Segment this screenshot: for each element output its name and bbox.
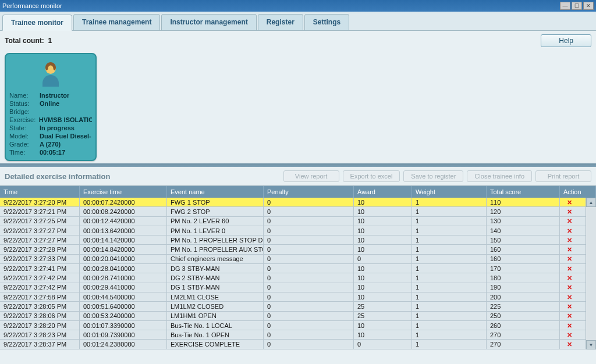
- scrollbar[interactable]: ▲ ▼: [586, 198, 596, 349]
- table-row[interactable]: 9/22/2017 3:27:42 PM00:00:29.4410000DG 1…: [0, 283, 596, 292]
- scroll-down-button[interactable]: ▼: [586, 340, 596, 349]
- tab-trainee-management[interactable]: Trainee management: [73, 14, 160, 30]
- cell-weight: 1: [412, 264, 487, 273]
- table-row[interactable]: 9/22/2017 3:27:58 PM00:00:44.5400000LM2L…: [0, 292, 596, 302]
- delete-row-icon[interactable]: ✕: [563, 331, 576, 338]
- table-row[interactable]: 9/22/2017 3:28:05 PM00:00:51.6400000LM1L…: [0, 302, 596, 311]
- delete-row-icon[interactable]: ✕: [563, 246, 576, 253]
- cell-exercise-time: 00:00:28.7410000: [80, 273, 167, 283]
- table-row[interactable]: 9/22/2017 3:28:06 PM00:00:53.2400000LM1H…: [0, 312, 596, 321]
- cell-weight: 1: [412, 302, 487, 311]
- close-button[interactable]: ✕: [583, 2, 594, 10]
- table-row[interactable]: 9/22/2017 3:27:41 PM00:00:28.0410000DG 3…: [0, 264, 596, 273]
- tab-trainee-monitor[interactable]: Trainee monitor: [2, 15, 72, 31]
- col-total-score[interactable]: Total score: [487, 186, 560, 198]
- card-exercise-value: HVMSB ISOLATIC: [39, 116, 92, 124]
- cell-weight: 1: [412, 292, 487, 302]
- minimize-button[interactable]: —: [560, 2, 570, 10]
- cell-award: 0: [354, 340, 412, 349]
- col-event-name[interactable]: Event name: [167, 186, 264, 198]
- table-row[interactable]: 9/22/2017 3:27:42 PM00:00:28.7410000DG 2…: [0, 273, 596, 283]
- view-report-button[interactable]: View report: [283, 170, 339, 182]
- cell-award: 10: [354, 292, 412, 302]
- scroll-up-button[interactable]: ▲: [586, 198, 596, 207]
- delete-row-icon[interactable]: ✕: [563, 341, 576, 348]
- cell-weight: 1: [412, 340, 487, 349]
- save-register-button[interactable]: Save to register: [403, 170, 463, 182]
- cell-weight: 1: [412, 198, 487, 207]
- help-button[interactable]: Help: [541, 34, 591, 47]
- tab-instructor-management[interactable]: Instructor management: [161, 14, 256, 30]
- table-row[interactable]: 9/22/2017 3:27:20 PM00:00:07.2420000FWG …: [0, 198, 596, 207]
- delete-row-icon[interactable]: ✕: [563, 284, 576, 291]
- delete-row-icon[interactable]: ✕: [563, 227, 576, 234]
- col-exercise-time[interactable]: Exercise time: [80, 186, 167, 198]
- delete-row-icon[interactable]: ✕: [563, 237, 576, 244]
- table-row[interactable]: 9/22/2017 3:27:25 PM00:00:12.4420000PM N…: [0, 217, 596, 226]
- print-report-button[interactable]: Print report: [535, 170, 591, 182]
- col-weight[interactable]: Weight: [412, 186, 487, 198]
- delete-row-icon[interactable]: ✕: [563, 322, 576, 329]
- cell-penalty: 0: [264, 340, 354, 349]
- trainee-card[interactable]: Name:Instructor Status:Online Bridge: Ex…: [5, 53, 97, 161]
- table-row[interactable]: 9/22/2017 3:27:27 PM00:00:14.1420000PM N…: [0, 235, 596, 245]
- cell-total-score: 250: [487, 311, 560, 320]
- table-row[interactable]: 9/22/2017 3:28:23 PM00:01:09.7390000Bus-…: [0, 330, 596, 340]
- table-row[interactable]: 9/22/2017 3:27:28 PM00:00:14.8420000PM N…: [0, 245, 596, 254]
- table-row[interactable]: 9/22/2017 3:28:37 PM00:01:24.2380000EXER…: [0, 340, 596, 349]
- card-name-value: Instructor: [40, 91, 69, 99]
- detail-header: Detailed exercise information View repor…: [0, 167, 596, 185]
- cell-award: 0: [354, 254, 412, 263]
- delete-row-icon[interactable]: ✕: [563, 312, 576, 319]
- total-count-label-text: Total count:: [5, 37, 44, 45]
- cell-event-name: PM No. 1 PROPELLER STOP DRIVE: [167, 235, 264, 245]
- tab-bar: Trainee monitor Trainee management Instr…: [0, 12, 596, 31]
- window-title: Performance monitor: [2, 2, 62, 9]
- col-penalty[interactable]: Penalty: [264, 186, 354, 198]
- table-row[interactable]: 9/22/2017 3:28:20 PM00:01:07.3390000Bus-…: [0, 321, 596, 330]
- cell-time: 9/22/2017 3:27:21 PM: [0, 207, 80, 216]
- delete-row-icon[interactable]: ✕: [563, 217, 576, 224]
- delete-row-icon[interactable]: ✕: [563, 255, 576, 262]
- cell-total-score: 270: [487, 330, 560, 340]
- table-row[interactable]: 9/22/2017 3:27:27 PM00:00:13.6420000PM N…: [0, 226, 596, 235]
- maximize-button[interactable]: ☐: [572, 2, 582, 10]
- col-time[interactable]: Time: [0, 186, 80, 198]
- cell-award: 10: [354, 273, 412, 283]
- delete-row-icon[interactable]: ✕: [563, 294, 576, 301]
- cell-time: 9/22/2017 3:27:33 PM: [0, 254, 80, 263]
- cell-total-score: 170: [487, 264, 560, 273]
- card-bridge-label: Bridge:: [9, 108, 40, 116]
- tab-settings[interactable]: Settings: [304, 14, 349, 30]
- card-name-label: Name:: [9, 91, 40, 99]
- col-action[interactable]: Action: [560, 186, 596, 198]
- cell-award: 10: [354, 198, 412, 207]
- cell-total-score: 110: [487, 198, 560, 207]
- cell-exercise-time: 00:00:51.6400000: [80, 302, 167, 311]
- cell-exercise-time: 00:00:07.2420000: [80, 198, 167, 207]
- cell-award: 10: [354, 264, 412, 273]
- cell-penalty: 0: [264, 264, 354, 273]
- cell-weight: 1: [412, 226, 487, 235]
- cell-award: 10: [354, 330, 412, 340]
- delete-row-icon[interactable]: ✕: [563, 199, 576, 206]
- cell-penalty: 0: [264, 207, 354, 216]
- table-row[interactable]: 9/22/2017 3:27:21 PM00:00:08.2420000FWG …: [0, 207, 596, 216]
- cell-time: 9/22/2017 3:28:23 PM: [0, 330, 80, 340]
- delete-row-icon[interactable]: ✕: [563, 274, 576, 281]
- table-row[interactable]: 9/22/2017 3:27:33 PM00:00:20.0410000Chie…: [0, 255, 596, 264]
- export-excel-button[interactable]: Export to excel: [343, 170, 400, 182]
- titlebar: Performance monitor — ☐ ✕: [0, 0, 596, 12]
- cell-event-name: DG 3 STBY-MAN: [167, 264, 264, 273]
- card-time-value: 00:05:17: [40, 148, 65, 156]
- card-time-label: Time:: [9, 148, 40, 156]
- delete-row-icon[interactable]: ✕: [563, 208, 576, 215]
- delete-row-icon[interactable]: ✕: [563, 265, 576, 272]
- col-award[interactable]: Award: [354, 186, 412, 198]
- tab-register[interactable]: Register: [258, 14, 303, 30]
- close-trainee-info-button[interactable]: Close trainee info: [467, 170, 532, 182]
- delete-row-icon[interactable]: ✕: [563, 303, 576, 310]
- grid: Time Exercise time Event name Penalty Aw…: [0, 185, 596, 349]
- cell-penalty: 0: [264, 330, 354, 340]
- cell-time: 9/22/2017 3:28:05 PM: [0, 302, 80, 311]
